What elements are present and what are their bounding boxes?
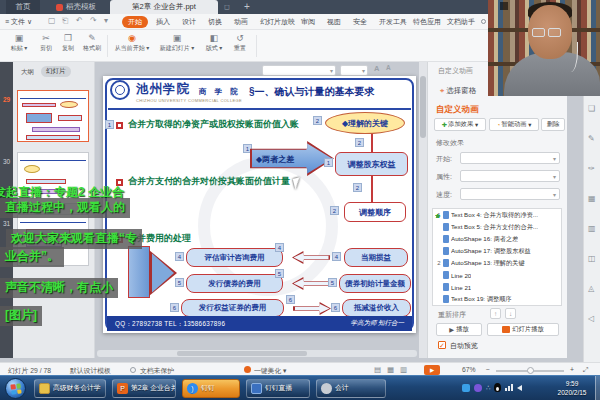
ribbon-tab-security[interactable]: 安全	[353, 17, 367, 27]
animation-list-item[interactable]: ★Line 20	[433, 269, 561, 281]
slide-thumbnail-29[interactable]	[17, 90, 89, 142]
cut-button[interactable]: ✂ 剪切	[36, 33, 56, 52]
layout-button[interactable]: ◧ 版式 ▾	[202, 33, 226, 52]
decrease-font-icon[interactable]: A	[386, 64, 391, 71]
taskbar-dingtalk-live-window[interactable]: 钉钉直播	[246, 379, 310, 398]
undo-icon[interactable]: ↶	[76, 16, 83, 25]
select-pane-button[interactable]: ⌖ 选择窗格	[440, 86, 476, 96]
start-button[interactable]	[5, 378, 26, 399]
paste-button[interactable]: ▣ 粘贴 ▾	[6, 33, 32, 52]
zoom-in-button[interactable]: +	[570, 366, 574, 373]
tab-slides[interactable]: 幻灯片	[41, 66, 71, 77]
slideshow-button[interactable]: 幻灯片播放	[487, 323, 559, 336]
taskbar-dingtalk-window[interactable]: ) 钉钉	[182, 379, 240, 398]
scrollbar-thumb[interactable]	[420, 76, 426, 138]
tray-app-icon[interactable]	[462, 384, 470, 392]
flow-left-box-1[interactable]: 评估审计咨询费用	[186, 248, 283, 267]
side-tool-icon[interactable]: ❏	[588, 104, 595, 113]
slideshow-play-button[interactable]: ▶	[424, 365, 440, 375]
comment-icon[interactable]: ◻	[224, 3, 230, 11]
tab-home[interactable]: 首页	[6, 0, 40, 14]
tab-document[interactable]: 第2章 企业合并.ppt	[110, 0, 218, 14]
animation-list-item[interactable]: ★Line 21	[433, 281, 561, 293]
speed-combo[interactable]: ▾	[460, 188, 560, 200]
flow-right-box-2[interactable]: 债券初始计量金额	[339, 274, 411, 293]
flow-right-box-1[interactable]: 当期损益	[344, 248, 408, 267]
scrollbar-thumb[interactable]	[177, 351, 307, 356]
side-tool-icon[interactable]: ✑	[588, 164, 595, 173]
side-tool-icon[interactable]: ◬	[588, 284, 594, 293]
animation-list-item[interactable]: ★AutoShape 16: 两者之差	[433, 233, 561, 245]
taskbar-clock[interactable]: 9:59 2020/2/15	[551, 379, 593, 397]
add-effect-button[interactable]: ✚添加效果 ▾	[434, 118, 486, 131]
tab-outline[interactable]: 大纲	[21, 68, 34, 77]
increase-font-icon[interactable]: A	[374, 64, 379, 73]
move-up-button[interactable]: ↑	[490, 308, 501, 319]
ribbon-tab-special-apps[interactable]: 特色应用	[413, 17, 441, 27]
save-icon[interactable]: ▢	[48, 16, 56, 25]
animation-list-item[interactable]: 1★Text Box 4: 合并方取得的净资...	[433, 209, 561, 221]
equity-box-shape[interactable]: 调整股东权益	[335, 152, 408, 176]
copy-button[interactable]: ❐ 复制	[58, 33, 78, 52]
ribbon-tab-devtools[interactable]: 开发工具	[379, 17, 407, 27]
elbow-arrow-shape[interactable]	[128, 246, 150, 298]
side-tool-icon[interactable]: ✎	[588, 134, 595, 143]
normal-view-icon[interactable]: ▤	[374, 365, 381, 374]
font-size-combo[interactable]: ▾	[340, 65, 368, 76]
side-tool-icon[interactable]: ▦	[588, 194, 596, 203]
redo-icon[interactable]: ↷	[90, 16, 97, 25]
flow-left-box-3[interactable]: 发行权益证券的费用	[181, 299, 284, 317]
file-menu[interactable]: ≡ 文件 ∨	[5, 17, 32, 27]
animation-list-item[interactable]: ★AutoShape 17: 调整股东权益	[433, 245, 561, 257]
ribbon-tab-slideshow[interactable]: 幻灯片放映	[260, 17, 295, 27]
zoom-out-button[interactable]: −	[486, 366, 490, 373]
tray-app-icon[interactable]	[474, 384, 482, 392]
network-icon[interactable]	[505, 384, 513, 391]
ribbon-tab-view[interactable]: 视图	[327, 17, 341, 27]
smart-animation-button[interactable]: ◔智能动画 ▾	[489, 118, 539, 131]
ribbon-tab-insert[interactable]: 插入	[156, 17, 170, 27]
taskbar-chat-window[interactable]: 会计	[316, 379, 386, 398]
animation-list-item[interactable]: 2★AutoShape 13: 理解的关键	[433, 257, 561, 269]
animation-list-item[interactable]: ★Text Box 19: 调整顺序	[433, 293, 561, 305]
auto-preview-checkbox[interactable]: ✓	[438, 341, 446, 349]
vertical-scrollbar[interactable]	[419, 62, 427, 358]
bullet-text-2[interactable]: 合并方支付的合并对价按其账面价值计量	[128, 175, 290, 188]
side-tool-icon[interactable]: ▥	[588, 224, 596, 233]
flow-right-box-3[interactable]: 抵减溢价收入	[342, 299, 411, 317]
delete-effect-button[interactable]: 删除	[541, 118, 565, 131]
reset-button[interactable]: ↺ 重置	[230, 33, 250, 52]
ribbon-tab-transition[interactable]: 切换	[208, 17, 222, 27]
zoom-slider-thumb[interactable]	[527, 367, 534, 374]
ribbon-tab-review[interactable]: 审阅	[301, 17, 315, 27]
slide-title[interactable]: §一、确认与计量的基本要求	[249, 85, 375, 99]
move-down-button[interactable]: ↓	[505, 308, 516, 319]
format-painter-button[interactable]: ✎ 格式刷	[80, 33, 104, 52]
fullscreen-icon[interactable]: ⤢	[583, 366, 588, 374]
play-from-current-button[interactable]: ◉ 从当前开始 ▾	[111, 33, 153, 52]
new-slide-button[interactable]: ▣ 新建幻灯片 ▾	[156, 33, 198, 52]
ribbon-tab-animation[interactable]: 动画	[234, 17, 248, 27]
play-button[interactable]: ▶播放	[436, 323, 482, 336]
quickbar-caret-icon[interactable]: ▾	[104, 16, 108, 25]
qq-penguin-icon[interactable]	[494, 383, 501, 392]
sorter-view-icon[interactable]: ▦	[387, 365, 394, 374]
new-tab-button[interactable]: +	[244, 1, 250, 12]
taskbar-ppt-window[interactable]: P 第2章 企业合并.p...	[112, 379, 176, 398]
start-combo[interactable]: ▾	[460, 152, 560, 164]
property-combo[interactable]: ▾	[460, 170, 560, 182]
bullet-text-1[interactable]: 合并方取得的净资产或股权按账面价值入账	[128, 118, 299, 131]
slide-canvas[interactable]: 池州学院 商 学 院 CHIZHOU UNIVERSITY COMMERCIAL…	[103, 76, 416, 333]
font-family-combo[interactable]: ▾	[262, 65, 336, 76]
ribbon-tab-doc-assistant[interactable]: 文档助手	[447, 17, 475, 27]
reading-view-icon[interactable]: ▥	[400, 365, 407, 374]
print-icon[interactable]: ⎗	[62, 16, 68, 26]
ribbon-tab-home[interactable]: 开始	[122, 16, 148, 28]
show-desktop-button[interactable]	[595, 376, 600, 400]
taskbar-folder-window[interactable]: 高级财务会计学	[34, 379, 106, 398]
side-tool-icon[interactable]: ◫	[588, 254, 596, 263]
ribbon-tab-design[interactable]: 设计	[182, 17, 196, 27]
side-tool-icon[interactable]: ◁	[588, 314, 594, 323]
animation-list-item[interactable]: ★Text Box 5: 合并方支付的合并...	[433, 221, 561, 233]
volume-icon[interactable]	[517, 385, 522, 391]
